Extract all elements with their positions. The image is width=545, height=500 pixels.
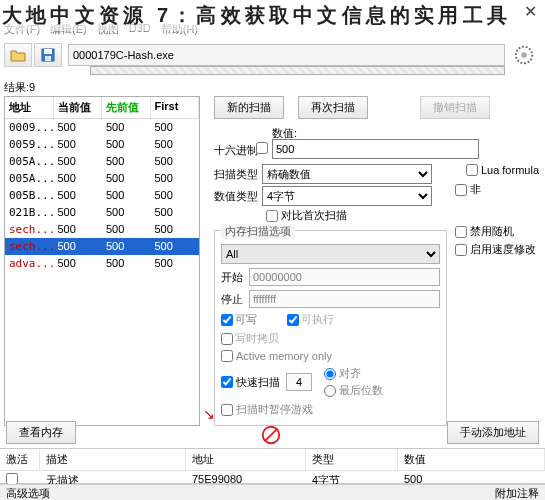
progress-bar — [90, 66, 505, 75]
fast-scan-step[interactable] — [286, 373, 312, 391]
open-file-button[interactable] — [4, 43, 32, 67]
results-table[interactable]: 地址 当前值 先前值 First 0009...5005005000059...… — [4, 96, 200, 426]
undo-scan-button: 撤销扫描 — [420, 96, 490, 119]
view-memory-button[interactable]: 查看内存 — [6, 421, 76, 444]
start-address-input[interactable] — [249, 268, 440, 286]
enable-speedhack-checkbox[interactable]: 启用速度修改 — [455, 242, 536, 257]
start-label: 开始 — [221, 270, 243, 285]
table-row[interactable]: 0009...500500500 — [5, 119, 199, 136]
compare-first-checkbox[interactable]: 对比首次扫描 — [266, 208, 347, 223]
svg-line-6 — [265, 429, 278, 442]
attach-comment-link[interactable]: 附加注释 — [495, 486, 539, 499]
copy-on-write-checkbox[interactable]: 写时拷贝 — [221, 331, 279, 346]
col-current[interactable]: 当前值 — [54, 97, 103, 118]
forbid-icon[interactable] — [260, 424, 282, 448]
process-name-field[interactable]: 0000179C-Hash.exe — [68, 44, 505, 66]
table-row[interactable]: sech...500500500 — [5, 221, 199, 238]
pause-on-scan-checkbox[interactable]: 扫描时暂停游戏 — [221, 402, 313, 417]
col-active[interactable]: 激活 — [0, 449, 40, 470]
close-icon[interactable]: ✕ — [524, 2, 537, 21]
scan-value-input[interactable] — [272, 139, 479, 159]
active-memory-checkbox[interactable]: Active memory only — [221, 350, 332, 362]
lua-formula-checkbox[interactable]: Lua formula — [466, 164, 539, 176]
not-checkbox[interactable]: 非 — [455, 182, 481, 197]
last-digits-radio[interactable]: 最后位数 — [324, 383, 383, 398]
col-desc[interactable]: 描述 — [40, 449, 186, 470]
mem-region-select[interactable]: All — [221, 244, 440, 264]
stop-label: 停止 — [221, 292, 243, 307]
add-address-button[interactable]: 手动添加地址 — [447, 421, 539, 444]
page-title: 大地中文资源 7：高效获取中文信息的实用工具 — [0, 0, 545, 31]
status-bar: 高级选项 附加注释 — [0, 484, 545, 500]
scan-type-label: 扫描类型 — [214, 167, 258, 182]
svg-point-4 — [521, 52, 527, 58]
writable-checkbox[interactable]: 可写 — [221, 312, 257, 327]
col-val[interactable]: 数值 — [398, 449, 545, 470]
align-radio[interactable]: 对齐 — [324, 366, 383, 381]
value-type-select[interactable]: 4字节 — [262, 186, 432, 206]
table-row[interactable]: 0059...500500500 — [5, 136, 199, 153]
svg-rect-1 — [44, 49, 52, 54]
table-row[interactable]: 005A...500500500 — [5, 170, 199, 187]
fast-scan-checkbox[interactable]: 快速扫描 — [221, 375, 280, 390]
table-row[interactable]: 005A...500500500 — [5, 153, 199, 170]
new-scan-button[interactable]: 新的扫描 — [214, 96, 284, 119]
col-previous[interactable]: 先前值 — [102, 97, 151, 118]
table-row[interactable]: 021B...500500500 — [5, 204, 199, 221]
results-header: 地址 当前值 先前值 First — [5, 97, 199, 119]
hex-checkbox[interactable] — [256, 142, 268, 154]
memory-scan-options: 内存扫描选项 All 开始 停止 可写 可执行 写时拷贝 Active memo… — [214, 230, 447, 426]
col-address[interactable]: 地址 — [5, 97, 54, 118]
results-body[interactable]: 0009...5005005000059...500500500005A...5… — [5, 119, 199, 425]
stop-address-input[interactable] — [249, 290, 440, 308]
rescan-button[interactable]: 再次扫描 — [298, 96, 368, 119]
table-row[interactable]: 005B...500500500 — [5, 187, 199, 204]
col-addr[interactable]: 地址 — [186, 449, 306, 470]
process-name-text: 0000179C-Hash.exe — [73, 49, 174, 61]
results-count: 结果:9 — [4, 80, 35, 95]
settings-button[interactable] — [511, 42, 537, 68]
address-table[interactable]: 激活 描述 地址 类型 数值 无描述 75E99080 4字节 500 — [0, 448, 545, 484]
address-table-header: 激活 描述 地址 类型 数值 — [0, 449, 545, 471]
table-row[interactable]: sech...500500500 — [5, 238, 199, 255]
table-row[interactable]: adva...500500500 — [5, 255, 199, 272]
scan-type-select[interactable]: 精确数值 — [262, 164, 432, 184]
col-type[interactable]: 类型 — [306, 449, 398, 470]
copy-arrow-icon[interactable]: ↘ — [203, 406, 215, 422]
col-first[interactable]: First — [151, 97, 200, 118]
advanced-options-link[interactable]: 高级选项 — [6, 486, 50, 499]
disable-random-checkbox[interactable]: 禁用随机 — [455, 224, 514, 239]
svg-rect-2 — [45, 56, 51, 61]
hex-label: 十六进制 — [214, 143, 258, 158]
mem-options-title: 内存扫描选项 — [221, 224, 295, 239]
value-type-label: 数值类型 — [214, 189, 258, 204]
save-button[interactable] — [34, 43, 62, 67]
executable-checkbox[interactable]: 可执行 — [287, 312, 334, 327]
